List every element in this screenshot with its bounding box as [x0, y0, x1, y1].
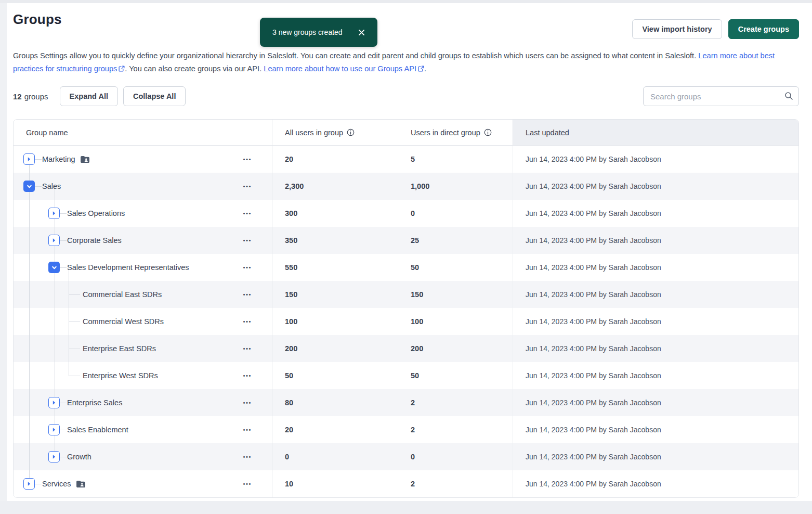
- table-row: Commercial West SDRs••• 100 100 Jun 14, …: [14, 308, 798, 335]
- row-menu-ellipsis-icon[interactable]: •••: [237, 362, 258, 389]
- row-menu-ellipsis-icon[interactable]: •••: [237, 308, 258, 335]
- collapse-all-button[interactable]: Collapse All: [123, 86, 186, 106]
- direct-users-count: 2: [398, 470, 513, 497]
- all-users-count: 20: [272, 146, 398, 173]
- row-menu-ellipsis-icon[interactable]: •••: [237, 146, 258, 173]
- group-name-cell: Sales Development Representatives•••: [14, 254, 272, 281]
- table-row: Sales Operations••• 300 0 Jun 14, 2023 4…: [14, 200, 798, 227]
- group-count: 12groups: [13, 92, 48, 101]
- last-updated-cell: Jun 14, 2023 4:00 PM by Sarah Jacobson: [513, 146, 798, 173]
- all-users-count: 10: [272, 470, 398, 497]
- description-text: Groups Settings allow you to quickly def…: [13, 52, 698, 60]
- row-menu-ellipsis-icon[interactable]: •••: [237, 254, 258, 281]
- footer-band: [0, 501, 812, 514]
- last-updated-cell: Jun 14, 2023 4:00 PM by Sarah Jacobson: [513, 227, 798, 254]
- all-users-count: 20: [272, 416, 398, 443]
- all-users-count: 300: [272, 200, 398, 227]
- direct-users-count: 200: [398, 335, 513, 362]
- last-updated-cell: Jun 14, 2023 4:00 PM by Sarah Jacobson: [513, 281, 798, 308]
- all-users-count: 50: [272, 362, 398, 389]
- group-count-value: 12: [13, 92, 22, 101]
- row-menu-ellipsis-icon[interactable]: •••: [237, 416, 258, 443]
- table-row: Enterprise East SDRs••• 200 200 Jun 14, …: [14, 335, 798, 362]
- row-menu-ellipsis-icon[interactable]: •••: [237, 335, 258, 362]
- group-name-cell: Corporate Sales•••: [14, 227, 272, 254]
- group-name: Services: [42, 480, 71, 488]
- group-name-cell: Sales Enablement•••: [14, 416, 272, 443]
- last-updated-cell: Jun 14, 2023 4:00 PM by Sarah Jacobson: [513, 200, 798, 227]
- info-icon[interactable]: [484, 128, 492, 136]
- table-row: Growth••• 0 0 Jun 14, 2023 4:00 PM by Sa…: [14, 443, 798, 470]
- header-direct-users: Users in direct group: [398, 120, 513, 145]
- direct-users-count: 2: [398, 416, 513, 443]
- direct-users-count: 50: [398, 254, 513, 281]
- team-folder-icon: [80, 156, 90, 163]
- view-import-history-button[interactable]: View import history: [632, 19, 722, 39]
- group-name-cell: Commercial East SDRs•••: [14, 281, 272, 308]
- direct-users-count: 50: [398, 362, 513, 389]
- row-menu-ellipsis-icon[interactable]: •••: [237, 173, 258, 200]
- toast-notification: 3 new groups created: [260, 18, 377, 47]
- all-users-count: 550: [272, 254, 398, 281]
- group-name-cell: Sales Operations•••: [14, 200, 272, 227]
- table-row: Sales Development Representatives••• 550…: [14, 254, 798, 281]
- group-name-cell: Enterprise East SDRs•••: [14, 335, 272, 362]
- group-name: Sales Enablement: [67, 426, 128, 434]
- direct-users-count: 2: [398, 389, 513, 416]
- direct-users-count: 0: [398, 200, 513, 227]
- top-divider: [0, 0, 812, 3]
- table-row: Commercial East SDRs••• 150 150 Jun 14, …: [14, 281, 798, 308]
- group-name-cell: Growth•••: [14, 443, 272, 470]
- table-row: Sales••• 2,300 1,000 Jun 14, 2023 4:00 P…: [14, 173, 798, 200]
- group-name: Sales Operations: [67, 209, 125, 217]
- all-users-count: 80: [272, 389, 398, 416]
- direct-users-count: 1,000: [398, 173, 513, 200]
- external-link-icon: [418, 63, 424, 76]
- row-menu-ellipsis-icon[interactable]: •••: [237, 281, 258, 308]
- header-last-updated: Last updated: [513, 120, 798, 145]
- info-icon[interactable]: [347, 128, 355, 136]
- toast-close-icon[interactable]: [358, 29, 365, 36]
- all-users-count: 100: [272, 308, 398, 335]
- create-groups-button[interactable]: Create groups: [728, 19, 799, 39]
- last-updated-cell: Jun 14, 2023 4:00 PM by Sarah Jacobson: [513, 443, 798, 470]
- window-left-edge: [0, 0, 7, 514]
- all-users-count: 0: [272, 443, 398, 470]
- expand-all-button[interactable]: Expand All: [60, 86, 118, 106]
- header-all-users: All users in group: [272, 120, 398, 145]
- table-header: Group name All users in group Users in d…: [14, 120, 798, 146]
- group-name: Enterprise West SDRs: [83, 371, 158, 380]
- page-description: Groups Settings allow you to quickly def…: [13, 49, 793, 76]
- last-updated-cell: Jun 14, 2023 4:00 PM by Sarah Jacobson: [513, 389, 798, 416]
- description-text: . You can also create groups via our API…: [125, 65, 264, 73]
- row-menu-ellipsis-icon[interactable]: •••: [237, 227, 258, 254]
- group-name: Growth: [67, 453, 91, 461]
- direct-users-count: 5: [398, 146, 513, 173]
- group-name-cell: Services•••: [14, 470, 272, 497]
- row-menu-ellipsis-icon[interactable]: •••: [237, 389, 258, 416]
- all-users-count: 2,300: [272, 173, 398, 200]
- groups-api-link[interactable]: Learn more about how to use our Groups A…: [264, 65, 416, 73]
- row-menu-ellipsis-icon[interactable]: •••: [237, 470, 258, 497]
- all-users-count: 200: [272, 335, 398, 362]
- group-name: Corporate Sales: [67, 236, 122, 245]
- table-body: Marketing••• 20 5 Jun 14, 2023 4:00 PM b…: [14, 146, 798, 497]
- group-name: Marketing: [42, 155, 75, 163]
- last-updated-cell: Jun 14, 2023 4:00 PM by Sarah Jacobson: [513, 416, 798, 443]
- table-row: Corporate Sales••• 350 25 Jun 14, 2023 4…: [14, 227, 798, 254]
- last-updated-cell: Jun 14, 2023 4:00 PM by Sarah Jacobson: [513, 470, 798, 497]
- description-text: .: [424, 65, 426, 73]
- last-updated-cell: Jun 14, 2023 4:00 PM by Sarah Jacobson: [513, 254, 798, 281]
- row-menu-ellipsis-icon[interactable]: •••: [237, 443, 258, 470]
- table-row: Marketing••• 20 5 Jun 14, 2023 4:00 PM b…: [14, 146, 798, 173]
- search-input[interactable]: [643, 86, 799, 106]
- row-menu-ellipsis-icon[interactable]: •••: [237, 200, 258, 227]
- group-name: Sales Development Representatives: [67, 263, 189, 272]
- group-name-cell: Enterprise West SDRs•••: [14, 362, 272, 389]
- group-count-label: groups: [24, 92, 48, 101]
- direct-users-count: 100: [398, 308, 513, 335]
- group-name: Enterprise East SDRs: [83, 344, 156, 353]
- table-row: Sales Enablement••• 20 2 Jun 14, 2023 4:…: [14, 416, 798, 443]
- group-name-cell: Sales•••: [14, 173, 272, 200]
- group-name: Commercial West SDRs: [83, 317, 164, 326]
